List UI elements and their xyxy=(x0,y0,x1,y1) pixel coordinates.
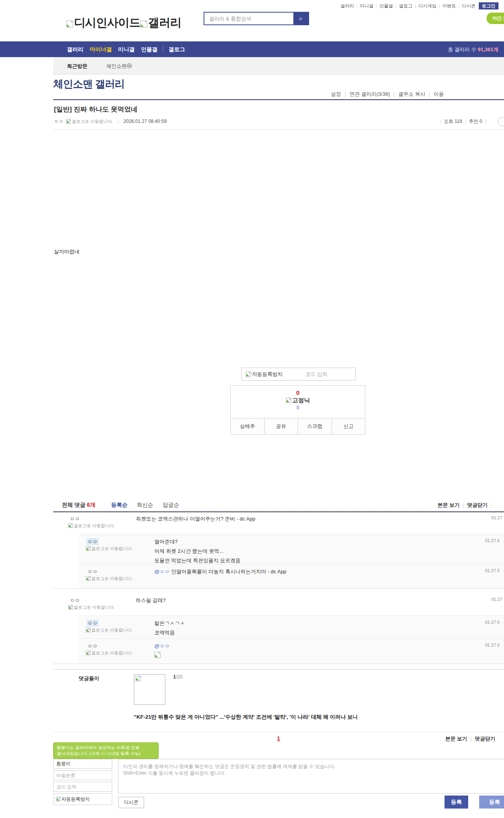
comment-page-1[interactable]: 1 xyxy=(53,735,504,742)
reply-row: ㅇㅇ 갤로그로 이동합니다. 맡은ㄱㅅㄱㅅ코엑먹음 01.27 0 xyxy=(79,615,504,638)
nickname-input[interactable] xyxy=(53,759,112,769)
top-link-minigal[interactable]: 미니갤 xyxy=(360,4,374,8)
search-button[interactable]: ⌕ xyxy=(293,13,308,24)
password-input[interactable] xyxy=(53,770,112,780)
gallery-title[interactable]: 체인소맨 갤러리 xyxy=(53,77,124,91)
gnb-divider: | xyxy=(162,46,164,52)
usage-guide-link[interactable]: 이용 xyxy=(434,91,444,97)
comment-group: ㅇㅇ 갤로그로 이동합니다. 하스필 갈래? 01.27 ㅇㅇ 갤로그로 이동합… xyxy=(53,594,504,664)
post-writer[interactable]: ㅇㅇ xyxy=(54,119,63,124)
share-button[interactable]: 공유 xyxy=(265,418,298,435)
silbechu-button[interactable]: 실베추 xyxy=(230,418,265,435)
comment-writer[interactable]: ㅇㅇ xyxy=(87,643,98,650)
comment-time: 01.27 0 xyxy=(485,643,500,647)
upvote-fixed-nick[interactable]: 고정닉 xyxy=(231,397,365,404)
view-post-link[interactable]: 본문 보기 xyxy=(445,736,467,742)
mention-link[interactable]: @ㅇㅇ xyxy=(154,569,170,574)
dccon-button[interactable]: 디시콘 xyxy=(118,797,144,808)
post-date: 2026.01.27 08:40:59 xyxy=(123,119,167,124)
recent-visit-gallery[interactable]: 체인소맨ⓜ xyxy=(106,63,132,70)
comments-footer-links: 본문 보기|댓글닫기 xyxy=(445,735,495,742)
post-title: [일반] 진짜 하나도 못먹었네 xyxy=(54,105,138,114)
close-comments-link[interactable]: 댓글닫기 xyxy=(475,736,495,742)
comment-gallog[interactable]: 갤로그로 이동합니다. xyxy=(86,575,134,582)
captcha-code-input[interactable]: 코드 입력 xyxy=(306,371,328,378)
broken-gallog-icon xyxy=(86,576,91,581)
post-action-buttons: 실베추 공유 스크랩 신고 xyxy=(230,418,365,435)
logo-gallery-text: 갤러리 xyxy=(148,16,181,29)
like-count: 추천 0 xyxy=(469,119,482,124)
comment-content: 하스필 갈래? xyxy=(136,596,166,605)
comment-writer[interactable]: ㅇㅇ xyxy=(87,620,98,627)
report-button[interactable]: 신고 xyxy=(332,418,366,435)
settings-link[interactable]: 설정 xyxy=(331,91,341,97)
gnb-mini-gallery[interactable]: 미니갤 xyxy=(118,46,135,53)
code-input[interactable] xyxy=(53,782,112,792)
search-icon: ⌕ xyxy=(299,15,303,22)
submit-comment-button-secondary[interactable]: 등록 xyxy=(479,796,504,809)
sort-replies[interactable]: 답글순 xyxy=(163,502,179,509)
top-link-dcgame[interactable]: 디시게임 xyxy=(419,4,437,8)
top-utility-bar: 갤러리|미니갤|인물갤|갤로그|디시게임|이벤트|디시콘로그인 xyxy=(341,3,499,9)
broken-captcha-image-icon xyxy=(56,797,61,801)
top-link-gallog[interactable]: 갤로그 xyxy=(399,4,413,8)
comment-bot-row: 댓글돌이 1/20 "KF-21만 뒤통수 맞은 게 아니었다" ...'수상한… xyxy=(53,669,504,732)
view-count: 조회 118 xyxy=(444,119,462,124)
close-comments-link[interactable]: 댓글닫기 xyxy=(467,502,488,508)
comment-gallog[interactable]: 갤로그로 이동합니다. xyxy=(86,650,134,656)
comment-write-form: 자동등록방지 타인의 권리를 침해하거나 명예를 훼손하는 댓글은 운영원칙 및… xyxy=(53,759,504,812)
comment-bot-thumbnail[interactable] xyxy=(134,674,165,705)
submit-comment-button[interactable]: 등록 xyxy=(445,796,468,809)
gnb-minor-gallery-active[interactable]: 마이너갤 xyxy=(90,46,112,53)
comment-textarea[interactable]: 타인의 권리를 침해하거나 명예를 훼손하는 댓글은 운영원칙 및 관련 법률에… xyxy=(118,759,504,794)
related-galleries-link[interactable]: 연관 갤러리(3/38) xyxy=(349,91,390,97)
comment-writer[interactable]: ㅇㅇ xyxy=(69,597,81,604)
comments-section: 전체 댓글 6개 등록순 최신순 답글순 본문 보기|댓글닫기| ㅇㅇ 갤로그로… xyxy=(53,500,504,746)
mention-link[interactable]: @ㅇㅇ xyxy=(154,643,170,649)
comment-group: ㅇㅇ 갤로그로 이동합니다. 취켓또는 코엑스관하나 더열어주는거? 존버 - … xyxy=(53,512,504,589)
sort-registered[interactable]: 등록순 xyxy=(111,502,128,509)
comment-gallog[interactable]: 갤로그로 이동합니다. xyxy=(86,545,134,552)
gnb-gallog[interactable]: 갤로그 xyxy=(169,46,185,53)
dcinside-gallery-page: 갤러리|미니갤|인물갤|갤로그|디시게임|이벤트|디시콘로그인 야간 모드 디시… xyxy=(0,0,504,818)
scrap-button[interactable]: 스크랩 xyxy=(298,418,332,435)
night-mode-button[interactable]: 야간 모드 xyxy=(487,13,504,24)
site-logo[interactable]: 디시인사이드갤러리 xyxy=(66,15,181,31)
search-box: ⌕ xyxy=(204,12,309,25)
gnb-gallery[interactable]: 갤러리 xyxy=(67,46,83,53)
broken-captcha-image-icon xyxy=(246,372,251,377)
copy-address-link[interactable]: 갤주소 복사 xyxy=(398,91,425,97)
top-link-dccon[interactable]: 디시콘 xyxy=(462,4,476,8)
comment-gallog[interactable]: 갤로그로 이동합니다. xyxy=(68,522,116,529)
broken-gallog-icon xyxy=(86,651,91,655)
comment-writer[interactable]: ㅇㅇ xyxy=(69,515,81,522)
comment-gallog[interactable]: 갤로그로 이동합니다. xyxy=(68,604,116,611)
search-input[interactable] xyxy=(204,13,293,24)
global-nav-bar: 갤러리 마이너갤 미니갤 인물갤 | 갤로그 총 갤러리 수 91,361개 xyxy=(0,41,504,57)
comment-writer[interactable]: ㅇㅇ xyxy=(87,568,98,575)
sort-newest[interactable]: 최신순 xyxy=(137,502,153,509)
comment-time: 01.27 xyxy=(491,515,502,520)
gallog-link[interactable]: 갤로그로 이동합니다. xyxy=(72,119,113,124)
recent-visit-bar: 최근방문 체인소맨ⓜ xyxy=(53,57,504,74)
comment-writer[interactable]: ㅇㅇ xyxy=(87,538,98,545)
view-post-link[interactable]: 본문 보기 xyxy=(438,502,460,508)
login-button[interactable]: 로그인 xyxy=(479,2,499,9)
broken-gallog-icon xyxy=(86,546,91,551)
gnb-person-gallery[interactable]: 인물갤 xyxy=(141,46,158,53)
broken-logo-image-icon xyxy=(66,20,73,28)
form-captcha-box[interactable]: 자동등록방지 xyxy=(53,793,112,805)
captcha-label: 자동등록방지 xyxy=(252,371,283,378)
meta-clipped-icon[interactable] xyxy=(498,117,504,126)
top-link-event[interactable]: 이벤트 xyxy=(443,4,456,8)
reply-row: ㅇㅇ 갤로그로 이동합니다. 열어준대?어제 취켓 2시간 했는데 못먹...토… xyxy=(79,534,504,564)
comment-bot-headline[interactable]: "KF-21만 뒤통수 맞은 게 아니었다" ...'수상한 계약' 조건에 '… xyxy=(134,714,358,721)
comment-time: 01.27 xyxy=(491,597,502,602)
comment-row: ㅇㅇ 갤로그로 이동합니다. 취켓또는 코엑스관하나 더열어주는거? 존버 - … xyxy=(53,512,504,534)
broken-vote-icon xyxy=(286,398,291,403)
top-link-gallery[interactable]: 갤러리 xyxy=(341,4,354,8)
recent-visit-label[interactable]: 최근방문 xyxy=(67,63,87,70)
post-captcha-box: 자동등록방지 코드 입력 xyxy=(241,368,356,381)
comment-gallog[interactable]: 갤로그로 이동합니다. xyxy=(86,627,134,634)
top-link-person[interactable]: 인물갤 xyxy=(380,4,393,8)
